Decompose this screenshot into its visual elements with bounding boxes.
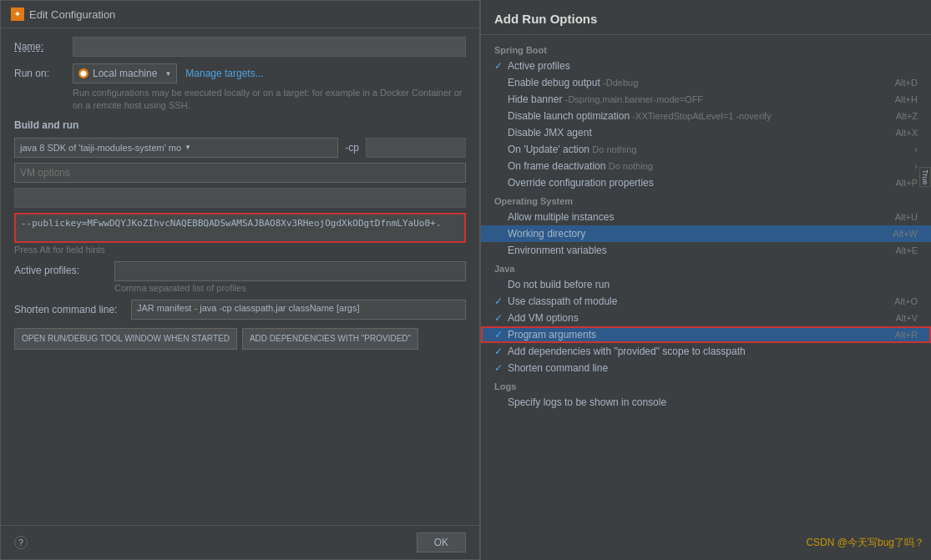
option-shortcut: Alt+R — [895, 330, 918, 340]
section-header-java: Java — [481, 259, 931, 276]
option-param: -XXTieredStopAtLevel=1 -noverify — [632, 111, 771, 121]
option-text: Allow multiple instances — [508, 211, 888, 223]
option-shortcut: Alt+H — [895, 94, 918, 104]
name-label: Name: — [14, 41, 73, 53]
option-shortcut: Alt+X — [895, 128, 918, 138]
cp-field — [366, 138, 466, 158]
option-text: Add dependencies with "provided" scope t… — [508, 346, 918, 357]
option-item[interactable]: On frame deactivation Do nothing› — [481, 158, 931, 174]
arrow-icon: › — [914, 144, 918, 154]
dialog-body: Name: Run on: ⬤ Local machine ▼ Manage t… — [1, 28, 479, 525]
options-list: Spring Boot✓Active profilesEnable debug … — [481, 35, 931, 560]
option-item[interactable]: Working directoryAlt+W — [481, 225, 931, 242]
check-icon: ✓ — [494, 346, 508, 357]
shorten-select[interactable]: JAR manifest - java -cp classpath.jar cl… — [131, 300, 466, 320]
add-deps-btn[interactable]: ADD DEPENDENCIES WITH "PROVIDED" — [242, 328, 418, 350]
sdk-value: java 8 SDK of 'taiji-modules-system' mo — [20, 143, 181, 153]
option-shortcut: Alt+U — [895, 212, 918, 222]
check-icon: ✓ — [494, 362, 508, 374]
shorten-label: Shorten command line: — [14, 304, 131, 315]
section-header-logs: Logs — [481, 376, 931, 394]
sdk-select[interactable]: java 8 SDK of 'taiji-modules-system' mo … — [14, 138, 338, 158]
dialog-title: Edit Configuration — [29, 8, 115, 21]
add-run-options-title: Add Run Options — [481, 0, 931, 35]
option-param: -Dspring.main.banner-mode=OFF — [565, 94, 703, 104]
option-text: Do not build before run — [508, 279, 918, 290]
option-item[interactable]: Override configuration propertiesAlt+P — [481, 174, 931, 191]
option-item[interactable]: ✓Active profiles — [481, 58, 931, 74]
option-item[interactable]: ✓Shorten command line — [481, 360, 931, 376]
build-run-row: java 8 SDK of 'taiji-modules-system' mo … — [14, 138, 466, 158]
config-icon: ✦ — [11, 8, 24, 21]
option-text: Use classpath of module — [508, 295, 888, 307]
program-args-field[interactable]: --publickey=MFwwDQYJKoZIhvcNAQEBBQADSwAM… — [14, 213, 466, 243]
option-shortcut: Alt+V — [895, 313, 918, 323]
option-item[interactable]: Enable debug output -DdebugAlt+D — [481, 74, 931, 91]
cp-label: -cp — [342, 142, 362, 154]
local-machine-text: Local machine — [93, 68, 157, 79]
ok-button[interactable]: OK — [417, 532, 466, 552]
add-run-options-panel: Add Run Options Spring Boot✓Active profi… — [480, 0, 931, 560]
option-text: Add VM options — [508, 312, 888, 324]
true-label: True — [919, 167, 931, 187]
check-icon: ✓ — [494, 329, 508, 341]
option-text: Override configuration properties — [508, 177, 888, 189]
arrow-icon: › — [914, 161, 918, 171]
blurred-module-row — [14, 188, 466, 208]
option-text: Hide banner -Dspring.main.banner-mode=OF… — [508, 93, 888, 105]
option-param: Do nothing — [592, 144, 636, 154]
option-item[interactable]: ✓Add VM optionsAlt+V — [481, 310, 931, 326]
open-run-debug-btn[interactable]: OPEN RUN/DEBUG TOOL WINDOW WHEN STARTED — [14, 328, 237, 350]
option-text: Shorten command line — [508, 362, 918, 374]
bottom-buttons: OPEN RUN/DEBUG TOOL WINDOW WHEN STARTED … — [14, 328, 466, 350]
option-shortcut: Alt+Z — [896, 111, 918, 121]
option-item[interactable]: Disable launch optimization -XXTieredSto… — [481, 108, 931, 124]
option-shortcut: Alt+P — [895, 178, 918, 188]
option-item[interactable]: ✓Use classpath of moduleAlt+O — [481, 293, 931, 310]
option-item[interactable]: On 'Update' action Do nothing› — [481, 141, 931, 158]
option-param: -Ddebug — [603, 78, 638, 88]
option-text: Active profiles — [508, 60, 918, 72]
vm-options-input[interactable] — [14, 163, 466, 183]
shorten-value: JAR manifest - java -cp classpath.jar cl… — [137, 303, 360, 313]
run-on-row: Run on: ⬤ Local machine ▼ Manage targets… — [14, 63, 466, 83]
option-shortcut: Alt+E — [895, 245, 918, 255]
option-item[interactable]: Specify logs to be shown in console — [481, 394, 931, 411]
option-item[interactable]: Allow multiple instancesAlt+U — [481, 209, 931, 225]
build-run-title: Build and run — [14, 119, 466, 131]
option-text: Disable launch optimization -XXTieredSto… — [508, 110, 889, 122]
name-input[interactable] — [73, 37, 466, 57]
active-profiles-label: Active profiles: — [14, 261, 114, 276]
option-text: Disable JMX agent — [508, 127, 888, 139]
section-header-operating-system: Operating System — [481, 191, 931, 209]
option-item[interactable]: Hide banner -Dspring.main.banner-mode=OF… — [481, 91, 931, 108]
option-shortcut: Alt+D — [895, 78, 918, 88]
option-item[interactable]: ✓Program argumentsAlt+R — [481, 326, 931, 343]
csdn-watermark: CSDN @今天写bug了吗？ — [806, 536, 924, 550]
option-item[interactable]: Disable JMX agentAlt+X — [481, 124, 931, 141]
option-shortcut: Alt+W — [893, 229, 918, 239]
option-item[interactable]: Do not build before run — [481, 276, 931, 293]
option-text: Program arguments — [508, 329, 888, 341]
check-icon: ✓ — [494, 295, 508, 307]
help-icon[interactable]: ? — [14, 536, 28, 549]
option-param: Do nothing — [609, 161, 653, 171]
option-text: On 'Update' action Do nothing — [508, 144, 911, 155]
active-profiles-input[interactable] — [114, 261, 466, 281]
option-text: Specify logs to be shown in console — [508, 396, 918, 408]
option-text: Environment variables — [508, 245, 888, 256]
check-icon: ✓ — [494, 312, 508, 324]
chevron-down-icon: ▼ — [164, 70, 171, 78]
name-row: Name: — [14, 37, 466, 57]
run-on-select[interactable]: ⬤ Local machine ▼ — [73, 63, 177, 83]
option-text: Enable debug output -Ddebug — [508, 77, 888, 88]
option-item[interactable]: Environment variablesAlt+E — [481, 242, 931, 259]
dialog-footer: ? OK — [1, 525, 479, 559]
press-alt-hint: Press Alt for field hints — [14, 245, 466, 255]
comma-hint: Comma separated list of profiles — [114, 283, 466, 293]
run-on-hint: Run configurations may be executed local… — [73, 87, 466, 113]
manage-targets-link[interactable]: Manage targets... — [185, 68, 263, 79]
run-on-label: Run on: — [14, 68, 73, 79]
option-item[interactable]: ✓Add dependencies with "provided" scope … — [481, 343, 931, 360]
dialog-title-bar: ✦ Edit Configuration — [1, 1, 479, 28]
